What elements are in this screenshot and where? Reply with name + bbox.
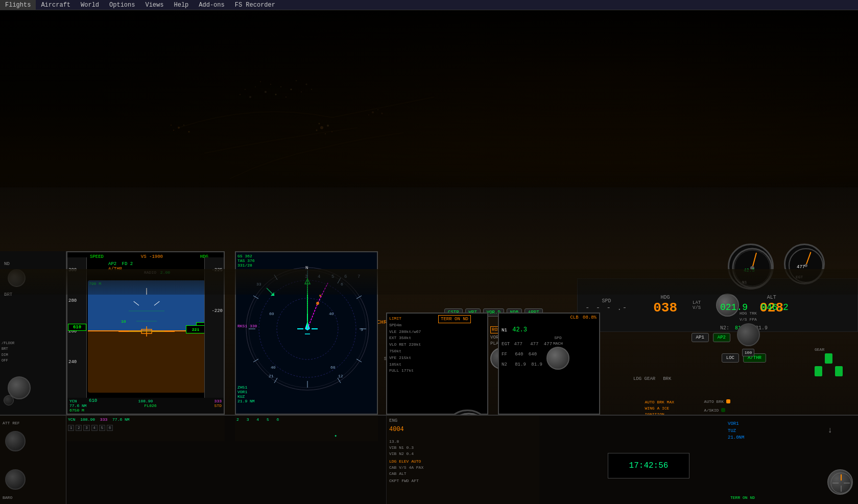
menu-views[interactable]: Views [140, 0, 169, 10]
svg-point-3 [301, 91, 302, 92]
svg-point-12 [249, 96, 251, 98]
svg-point-25 [319, 123, 320, 125]
nd-compass-svg: N 3 6 12 21 33 3 4 5 6 7 [241, 262, 374, 395]
menu-fsrecorder[interactable]: FS Recorder [230, 0, 280, 10]
svg-point-20 [320, 126, 323, 129]
menu-addons[interactable]: Add-ons [194, 0, 229, 10]
svg-text:21: 21 [269, 374, 274, 378]
pfd-display: SPEED VS -1900 HDG AP2 FD 2 A/THR RADIO … [66, 251, 225, 415]
speed-bug: 610 [68, 324, 86, 331]
svg-point-8 [285, 97, 287, 98]
svg-rect-98 [835, 366, 843, 376]
svg-text:60: 60 [269, 311, 274, 316]
menu-world[interactable]: World [76, 0, 104, 10]
svg-point-19 [171, 125, 172, 126]
menu-options[interactable]: Options [104, 0, 140, 10]
spdmach-knob2[interactable] [546, 347, 569, 370]
pfd-inner: SPEED VS -1900 HDG AP2 FD 2 A/THR RADIO … [67, 252, 224, 414]
vor-tuz-display: VOR1 TUZ 21.0NM [728, 421, 744, 442]
svg-text:4: 4 [318, 274, 320, 279]
terr-on-nd-label: TERR ON ND [438, 315, 471, 323]
svg-point-22 [316, 130, 318, 131]
svg-point-27 [377, 109, 378, 110]
spd-5[interactable]: 5 [99, 425, 105, 431]
gear-indicator: GEAR [812, 343, 853, 387]
nd-knob[interactable] [8, 269, 26, 287]
svg-text:EGT: EGT [796, 275, 803, 279]
svg-text:5: 5 [331, 274, 334, 279]
spd-3[interactable]: 3 [83, 425, 89, 431]
down-arrow: ↓ [827, 426, 832, 435]
svg-text:7: 7 [358, 274, 360, 279]
fcu-spd-value: - - - .- [585, 304, 628, 312]
menu-flights[interactable]: Flights [0, 0, 36, 10]
nd-label: ND [4, 261, 10, 267]
baro-knob[interactable] [5, 469, 26, 490]
alt-m-display: 790 M [89, 281, 101, 286]
svg-point-6 [255, 86, 256, 87]
svg-text:12: 12 [338, 374, 343, 378]
svg-point-23 [331, 131, 332, 132]
att-ref-knob[interactable] [5, 431, 26, 451]
svg-point-18 [188, 131, 190, 133]
svg-point-1 [291, 89, 292, 90]
fcu-hdg-section: HDG 038 [653, 295, 677, 316]
vs-fpa-knob[interactable] [737, 323, 760, 346]
svg-point-15 [178, 127, 180, 129]
pfd-ap2-label: AP2 FD 2 [108, 261, 133, 267]
brightness-controls: /FLOOR BRT DIM OFF [2, 341, 14, 364]
svg-point-7 [265, 91, 267, 93]
svg-text:40: 40 [329, 311, 334, 316]
right-lower-panel: ↓ TERR ON ND VOR1 TUZ 21.0NM [725, 416, 858, 504]
svg-text:GEAR: GEAR [815, 347, 824, 352]
altitude-tape: -225 -220 [204, 257, 224, 400]
menu-bar: Flights Aircraft World Options Views Hel… [0, 0, 858, 10]
svg-text:33: 33 [256, 282, 261, 286]
svg-text:3: 3 [361, 327, 363, 332]
city-lights-svg [77, 26, 383, 209]
pitch-scale: 10 [108, 306, 185, 357]
vsfpa-area: HDG TRK V/S FPA 100 [728, 311, 769, 356]
svg-text:40: 40 [271, 365, 276, 370]
svg-point-17 [173, 130, 174, 131]
pfd-radio-label: RADIO 2.00 [144, 270, 170, 275]
svg-point-26 [372, 111, 374, 113]
svg-point-11 [311, 89, 312, 90]
ap1-btn[interactable]: AP1 [692, 333, 709, 342]
spd-1[interactable]: 1 [68, 425, 74, 431]
menu-help[interactable]: Help [169, 0, 194, 10]
mcdu-time-area: 17:42:56 [608, 453, 689, 478]
svg-point-16 [183, 125, 184, 126]
svg-point-21 [327, 125, 329, 127]
svg-point-28 [368, 114, 369, 115]
svg-point-2 [270, 84, 271, 85]
svg-text:42.3: 42.3 [744, 268, 755, 273]
attitude-indicator: 10 ▶ 221 [88, 280, 205, 393]
fcu-spd-section: SPD - - - .- [585, 298, 628, 312]
svg-point-0 [280, 86, 281, 87]
spd-6[interactable]: 6 [107, 425, 113, 431]
cockpit-panel: CHRONO SIDE STICK PRIORITY Std in Hg hPa… [0, 187, 858, 504]
menu-aircraft[interactable]: Aircraft [36, 0, 76, 10]
nd-vor1-display: ZH51 VOR1 KUZ 21.9 NM [237, 385, 255, 403]
fcu-hdg-value: 038 [653, 300, 677, 316]
nd-inner: GS 362 TAS 376 331/28 S0SD0 1947 193.7 N… [236, 252, 377, 414]
nd-lower-strip: 2 3 4 5 6 ✦ [235, 416, 378, 441]
svg-point-10 [306, 84, 307, 85]
svg-text:60: 60 [330, 365, 336, 370]
svg-text:6: 6 [344, 274, 347, 279]
svg-point-5 [260, 81, 261, 82]
sim-view: Cockpit View: Virtual Cockpit 1.00 Zoom [0, 10, 858, 504]
spd-4[interactable]: 4 [91, 425, 98, 431]
bottom-spd-indicator: 610 [89, 398, 97, 403]
pfd-ap-info: SPEED VS -1900 HDG [88, 253, 210, 260]
spd-2[interactable]: 2 [76, 425, 82, 431]
compass-knob[interactable] [827, 469, 853, 495]
vs100-btn[interactable]: 100 [742, 349, 754, 356]
left-side-panel: ND BRT /FLOOR BRT DIM OFF [0, 251, 66, 415]
pfd-athr-label: A/THR [108, 267, 122, 272]
svg-text:477: 477 [797, 265, 805, 270]
ldg-gear-area: LDG GEAR BRK [633, 376, 671, 381]
terr-bottom-label: TERR ON ND [730, 495, 755, 500]
inner-knob[interactable] [4, 395, 14, 405]
